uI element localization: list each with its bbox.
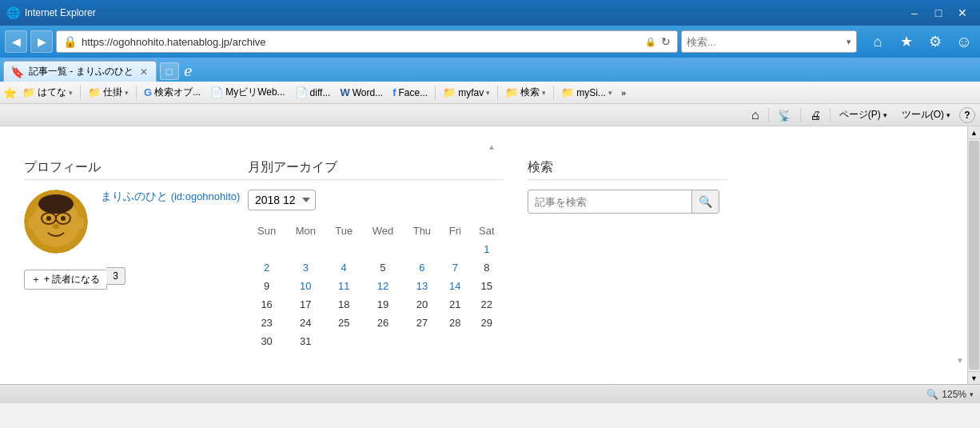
bookmark-myburi[interactable]: 📄 MyビリWeb... [206, 84, 289, 101]
search-input[interactable] [687, 36, 847, 48]
maximize-button[interactable]: □ [927, 4, 950, 22]
bookmark-hatena[interactable]: 📁 はてな ▾ [18, 84, 77, 101]
bookmark-word[interactable]: W Word... [336, 85, 387, 100]
month-select[interactable]: 2018 122018 112018 102018 9 [248, 190, 316, 210]
active-tab[interactable]: 🔖 記事一覧 - まりふのひと ✕ [3, 61, 157, 82]
cal-header-fri: Fri [440, 222, 470, 240]
toolbar-help-btn[interactable]: ? [959, 107, 975, 123]
profile-id-link[interactable]: (id:ogohnohito) [171, 190, 241, 202]
cal-link-11[interactable]: 11 [338, 280, 349, 292]
bookmark-separator-4 [497, 86, 498, 100]
toolbar-tools-arrow: ▾ [946, 111, 950, 119]
cal-header-wed: Wed [362, 222, 404, 240]
follow-count: 3 [106, 267, 125, 285]
back-button[interactable]: ◀ [5, 30, 27, 53]
bookmark-myfav[interactable]: 📁 myfav ▾ [439, 85, 494, 100]
bookmark-mysi[interactable]: 📁 mySi... ▾ [557, 85, 616, 100]
bookmark-diff-label: diff... [310, 87, 331, 98]
cal-day-16: 16 [248, 295, 285, 314]
bookmark-myburi-icon: 📄 [210, 86, 223, 98]
search-dropdown-icon[interactable]: ▾ [847, 37, 851, 47]
cal-day-20: 20 [404, 295, 440, 314]
calendar-week-3: 9 10 11 12 13 14 15 [248, 277, 504, 295]
zoom-dropdown-icon[interactable]: ▾ [970, 390, 974, 398]
follow-button[interactable]: ＋ + 読者になる [24, 270, 107, 290]
addressbar: ◀ ▶ 🔒 https://ogohnohito.hatenablog.jp/a… [0, 26, 980, 58]
cal-link-4[interactable]: 4 [341, 262, 347, 274]
cal-link-1[interactable]: 1 [484, 243, 489, 255]
svg-point-6 [61, 216, 66, 221]
page-area: ▲ ▼ ▲ プロフィール [0, 126, 980, 384]
bookmark-google-search[interactable]: G 検索オブ... [140, 84, 205, 101]
minimize-button[interactable]: – [903, 4, 926, 22]
toolbar-home-btn[interactable]: ⌂ [746, 106, 765, 125]
favorites-star-icon[interactable]: ★ [895, 30, 918, 53]
profile-name-link[interactable]: まりふのひと [101, 190, 168, 202]
cal-day-29: 29 [470, 314, 504, 332]
profile-content: まりふのひと (id:ogohnohito) [24, 190, 248, 254]
tab-title: 記事一覧 - まりふのひと [29, 65, 133, 78]
scroll-up-button[interactable]: ▲ [968, 126, 980, 139]
cal-day-25: 25 [325, 314, 362, 332]
cal-day-13: 13 [404, 277, 440, 295]
cal-link-2[interactable]: 2 [264, 262, 269, 274]
address-box[interactable]: 🔒 https://ogohnohito.hatenablog.jp/archi… [56, 30, 678, 53]
new-tab-button[interactable]: □ [160, 62, 179, 80]
cal-link-10[interactable]: 10 [300, 280, 311, 292]
scrollbar-right: ▲ ▼ [967, 126, 980, 384]
article-search-input[interactable] [528, 191, 691, 213]
archive-section: 月別アーカイブ 2018 122018 112018 102018 9 Sun … [248, 159, 504, 350]
bookmark-facebook[interactable]: f Face... [388, 85, 432, 100]
profile-section-title: プロフィール [24, 159, 248, 180]
toolbar-print-btn[interactable]: 🖨 [804, 106, 827, 124]
scroll-down-button[interactable]: ▼ [968, 371, 980, 384]
cal-day-28: 28 [440, 314, 470, 332]
forward-button[interactable]: ▶ [30, 30, 53, 53]
follow-plus-icon: ＋ [31, 273, 41, 286]
bookmark-separator-2 [136, 86, 137, 100]
calendar-header-row: Sun Mon Tue Wed Thu Fri Sat [248, 222, 504, 240]
cal-link-6[interactable]: 6 [419, 262, 424, 274]
article-search-button[interactable]: 🔍 [691, 190, 719, 213]
bookmark-shikake[interactable]: 📁 仕掛 ▾ [84, 84, 133, 101]
cal-day-30: 30 [248, 332, 285, 350]
toolbar-sep-1 [768, 108, 769, 122]
toolbar-rss-btn[interactable]: 📡 [772, 106, 797, 124]
cal-link-13[interactable]: 13 [416, 280, 428, 292]
toolbar-page-btn[interactable]: ページ(P) ▾ [834, 106, 893, 124]
cal-day-5: 5 [362, 258, 404, 277]
tab-close-button[interactable]: ✕ [138, 66, 149, 78]
bookmarks-bar: ⭐ 📁 はてな ▾ 📁 仕掛 ▾ G 検索オブ... 📄 MyビリWeb... … [0, 82, 980, 104]
bookmark-facebook-label: Face... [399, 87, 428, 98]
bookmarks-more-button[interactable]: » [618, 86, 629, 99]
search-field[interactable]: 🔍 [528, 190, 719, 214]
bookmark-shikake-icon: 📁 [88, 86, 101, 98]
settings-gear-icon[interactable]: ⚙ [924, 30, 946, 53]
bookmark-shikake-arrow: ▾ [125, 89, 129, 97]
browser-icon: 🌐 [6, 6, 20, 19]
titlebar-left: 🌐 Internet Explorer [6, 6, 96, 19]
calendar-week-6: 30 31 [248, 332, 504, 350]
refresh-icon[interactable]: ↻ [661, 35, 671, 48]
forward-icon: ▶ [38, 35, 46, 48]
cal-link-3[interactable]: 3 [303, 262, 309, 274]
bookmark-word-icon: W [340, 86, 349, 98]
search-section: 検索 🔍 [504, 159, 727, 350]
toolbar-tools-btn[interactable]: ツール(O) ▾ [896, 106, 956, 124]
bookmark-facebook-icon: f [392, 86, 396, 98]
close-button[interactable]: ✕ [951, 4, 974, 22]
cal-day-empty-11 [470, 332, 504, 350]
search-box[interactable]: ▾ [681, 30, 857, 53]
smiley-face-icon[interactable]: ☺ [953, 30, 975, 53]
cal-link-7[interactable]: 7 [452, 262, 458, 274]
bookmark-diff[interactable]: 📄 diff... [291, 85, 335, 100]
bookmark-kensaku[interactable]: 📁 検索 ▾ [501, 84, 550, 101]
cal-link-12[interactable]: 12 [377, 280, 388, 292]
cal-day-empty-4 [362, 240, 404, 258]
home-icon[interactable]: ⌂ [866, 30, 889, 53]
scroll-thumb[interactable] [969, 141, 979, 370]
svg-point-7 [53, 224, 59, 229]
zoom-section: 🔍 125% ▾ [926, 389, 974, 400]
cal-link-14[interactable]: 14 [449, 280, 460, 292]
cal-day-18: 18 [325, 295, 362, 314]
